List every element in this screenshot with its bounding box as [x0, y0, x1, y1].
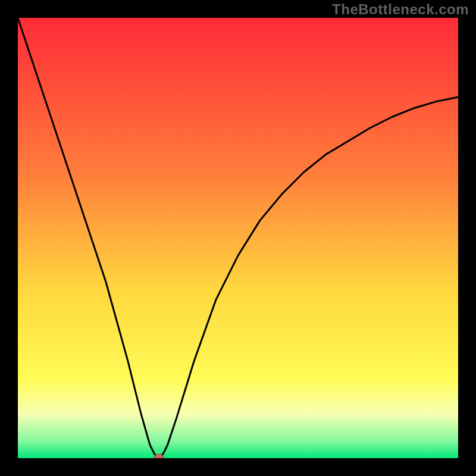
chart-frame: TheBottleneck.com [0, 0, 476, 476]
plot-area [18, 18, 458, 458]
watermark-text: TheBottleneck.com [332, 1, 469, 18]
optimum-marker-icon [154, 454, 164, 458]
bottleneck-curve [18, 18, 458, 458]
